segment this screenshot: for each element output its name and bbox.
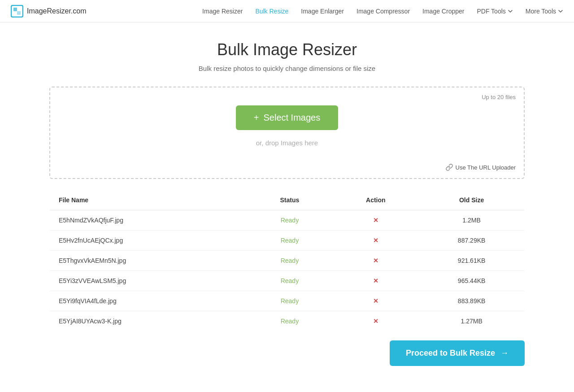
nav-image-enlarger[interactable]: Image Enlarger bbox=[301, 8, 344, 15]
table-row: E5Yi9fqVIA4fLde.jpgReady✕883.89KB bbox=[50, 291, 525, 311]
table-row: E5Hv2fnUcAEjQCx.jpgReady✕887.29KB bbox=[50, 231, 525, 251]
cell-oldsize: 887.29KB bbox=[419, 231, 524, 251]
file-table: File Name Status Action Old Size E5hNmdZ… bbox=[49, 190, 525, 331]
proceed-row: Proceed to Bulk Resize → bbox=[49, 340, 525, 366]
cell-oldsize: 965.44KB bbox=[419, 271, 524, 291]
table-row: E5hNmdZVkAQfjuF.jpgReady✕1.2MB bbox=[50, 210, 525, 231]
col-status: Status bbox=[247, 190, 332, 210]
link-icon bbox=[446, 164, 453, 171]
delete-icon[interactable]: ✕ bbox=[373, 297, 378, 305]
delete-icon[interactable]: ✕ bbox=[373, 277, 378, 284]
cell-filename: E5hNmdZVkAQfjuF.jpg bbox=[50, 210, 247, 231]
svg-rect-1 bbox=[13, 8, 17, 11]
cell-filename: E5Yi3zVVEAwLSM5.jpg bbox=[50, 271, 247, 291]
cell-filename: E5ThgvxVkAEMn5N.jpg bbox=[50, 251, 247, 271]
drop-text: or, drop Images here bbox=[59, 139, 515, 147]
cell-action[interactable]: ✕ bbox=[332, 231, 419, 251]
proceed-button[interactable]: Proceed to Bulk Resize → bbox=[390, 340, 525, 366]
delete-icon[interactable]: ✕ bbox=[373, 237, 378, 244]
cell-status: Ready bbox=[247, 210, 332, 231]
cell-filename: E5Yi9fqVIA4fLde.jpg bbox=[50, 291, 247, 311]
drop-zone: Up to 20 files + Select Images or, drop … bbox=[49, 87, 525, 179]
url-uploader-label: Use The URL Uploader bbox=[456, 164, 516, 171]
cell-action[interactable]: ✕ bbox=[332, 251, 419, 271]
nav-image-compressor[interactable]: Image Compressor bbox=[357, 8, 410, 15]
nav-bulk-resize[interactable]: Bulk Resize bbox=[255, 8, 288, 15]
nav-pdf-tools[interactable]: PDF Tools bbox=[477, 8, 513, 15]
delete-icon[interactable]: ✕ bbox=[373, 318, 378, 325]
logo-link[interactable]: ImageResizer.com bbox=[11, 5, 87, 17]
nav-image-cropper[interactable]: Image Cropper bbox=[422, 8, 464, 15]
table-row: E5YjAI8UYAcw3-K.jpgReady✕1.27MB bbox=[50, 311, 525, 331]
cell-action[interactable]: ✕ bbox=[332, 210, 419, 231]
cell-action[interactable]: ✕ bbox=[332, 311, 419, 331]
cell-action[interactable]: ✕ bbox=[332, 291, 419, 311]
nav-more-tools[interactable]: More Tools bbox=[526, 8, 563, 15]
cell-status: Ready bbox=[247, 231, 332, 251]
cell-status: Ready bbox=[247, 271, 332, 291]
cell-oldsize: 1.27MB bbox=[419, 311, 524, 331]
plus-icon: + bbox=[254, 113, 259, 123]
chevron-down-icon bbox=[508, 9, 513, 14]
cell-oldsize: 1.2MB bbox=[419, 210, 524, 231]
cell-filename: E5YjAI8UYAcw3-K.jpg bbox=[50, 311, 247, 331]
logo-icon bbox=[11, 5, 23, 17]
table-row: E5Yi3zVVEAwLSM5.jpgReady✕965.44KB bbox=[50, 271, 525, 291]
col-filename: File Name bbox=[50, 190, 247, 210]
page-title: Bulk Image Resizer bbox=[49, 40, 525, 59]
svg-rect-0 bbox=[11, 5, 23, 17]
arrow-right-icon: → bbox=[500, 348, 509, 358]
select-images-label: Select Images bbox=[263, 113, 320, 123]
url-uploader-link[interactable]: Use The URL Uploader bbox=[446, 164, 516, 171]
cell-status: Ready bbox=[247, 291, 332, 311]
col-action: Action bbox=[332, 190, 419, 210]
delete-icon[interactable]: ✕ bbox=[373, 257, 378, 264]
cell-status: Ready bbox=[247, 311, 332, 331]
main-content: Bulk Image Resizer Bulk resize photos to… bbox=[40, 22, 534, 384]
cell-oldsize: 921.61KB bbox=[419, 251, 524, 271]
logo-text: ImageResizer.com bbox=[27, 7, 87, 15]
delete-icon[interactable]: ✕ bbox=[373, 217, 378, 224]
cell-filename: E5Hv2fnUcAEjQCx.jpg bbox=[50, 231, 247, 251]
chevron-down-icon-2 bbox=[558, 9, 563, 14]
page-subtitle: Bulk resize photos to quickly change dim… bbox=[49, 65, 525, 72]
table-row: E5ThgvxVkAEMn5N.jpgReady✕921.61KB bbox=[50, 251, 525, 271]
col-oldsize: Old Size bbox=[419, 190, 524, 210]
navbar: ImageResizer.com Image Resizer Bulk Resi… bbox=[0, 0, 574, 22]
select-images-button[interactable]: + Select Images bbox=[236, 105, 338, 130]
up-to-files-label: Up to 20 files bbox=[482, 94, 516, 100]
svg-rect-2 bbox=[17, 11, 21, 15]
proceed-label: Proceed to Bulk Resize bbox=[406, 348, 495, 358]
cell-status: Ready bbox=[247, 251, 332, 271]
nav-image-resizer[interactable]: Image Resizer bbox=[202, 8, 243, 15]
cell-oldsize: 883.89KB bbox=[419, 291, 524, 311]
cell-action[interactable]: ✕ bbox=[332, 271, 419, 291]
